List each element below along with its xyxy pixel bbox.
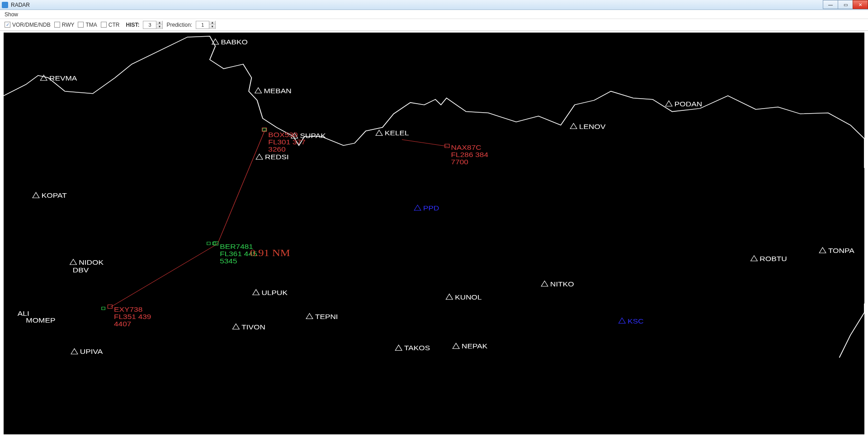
window-controls: — ▭ ✕ <box>823 0 868 9</box>
spinner-arrows-icon[interactable]: ▲▼ <box>209 21 215 29</box>
menu-show[interactable]: Show <box>5 11 18 18</box>
spinner-arrows-icon[interactable]: ▲▼ <box>156 21 162 29</box>
prediction-label: Prediction: <box>166 22 192 28</box>
waypoint-label: NEPAK <box>462 343 488 350</box>
hist-label: HIST: <box>126 22 139 28</box>
waypoint-label: REDSI <box>265 154 289 161</box>
waypoint-triangle-icon <box>665 101 672 106</box>
waypoint-label: KOPAT <box>42 192 67 199</box>
waypoint-label: DBV <box>73 267 89 273</box>
waypoint-triangle-icon <box>40 75 47 81</box>
aircraft-fl-line: FL301 377 <box>268 139 305 146</box>
waypoint-triangle-icon <box>446 294 453 300</box>
maximize-button[interactable]: ▭ <box>838 0 853 9</box>
checkbox-rwy[interactable]: RWY <box>54 22 75 28</box>
waypoint-triangle-icon <box>619 318 626 324</box>
aircraft-fl-line: FL351 439 <box>114 313 151 320</box>
toolbar: VOR/DME/NDB RWY TMA CTR HIST: 3 ▲▼ Predi… <box>0 19 868 31</box>
waypoint-triangle-icon <box>71 348 78 354</box>
checkbox-label: TMA <box>85 22 97 28</box>
waypoint-label: MEBAN <box>264 87 292 94</box>
menubar: Show <box>0 10 868 19</box>
app-icon <box>2 2 8 8</box>
checkbox-label: RWY <box>62 22 75 28</box>
waypoint-triangle-icon <box>70 259 77 265</box>
checkbox-label: CTR <box>108 22 120 28</box>
waypoint-triangle-icon <box>256 154 263 159</box>
hist-spinner[interactable]: 3 ▲▼ <box>143 21 163 29</box>
minimize-button[interactable]: — <box>823 0 838 9</box>
aircraft-squawk: 3260 <box>268 146 286 153</box>
waypoint-triangle-icon <box>253 290 259 295</box>
conflict-line <box>217 130 265 244</box>
waypoint-label: ULPUK <box>262 289 288 296</box>
radar-screen[interactable]: BABKOREVMAMEBANSUPAKREDSIKELELLENOVPODAN… <box>4 33 864 434</box>
aircraft-squawk: 7700 <box>451 159 469 166</box>
waypoint-triangle-icon <box>395 345 402 350</box>
window-title: RADAR <box>11 2 30 8</box>
checkbox-box-icon <box>78 22 84 28</box>
waypoint-triangle-icon <box>541 281 548 286</box>
waypoint-triangle-icon <box>376 130 382 136</box>
waypoint-label: KELEL <box>385 130 409 137</box>
waypoint-label: ROBTU <box>760 255 787 262</box>
waypoint-triangle-icon <box>255 88 262 93</box>
waypoint-label: REVMA <box>49 75 77 81</box>
waypoint-label: NITKO <box>550 281 574 287</box>
waypoint-triangle-icon <box>414 205 421 210</box>
waypoint-triangle-icon <box>33 192 39 198</box>
aircraft-history-icon <box>212 242 216 245</box>
waypoint-triangle-icon <box>306 314 313 319</box>
aircraft-history-icon <box>207 242 210 245</box>
aircraft-callsign[interactable]: BOX530 <box>268 132 297 138</box>
waypoint-label: TEPNI <box>315 313 338 320</box>
waypoint-label: PODAN <box>675 100 702 107</box>
checkbox-vor[interactable]: VOR/DME/NDB <box>5 22 51 28</box>
waypoint-label: SUPAK <box>300 133 326 139</box>
checkbox-box-icon <box>101 22 107 28</box>
track-line <box>402 139 448 146</box>
checkbox-ctr[interactable]: CTR <box>101 22 120 28</box>
waypoint-label: KUNOL <box>455 294 482 300</box>
waypoint-label: UPIVA <box>80 348 103 355</box>
aircraft-history-icon <box>102 307 105 310</box>
waypoint-triangle-icon <box>453 343 459 348</box>
waypoint-label: PPD <box>423 205 439 212</box>
airspace-border <box>4 36 864 168</box>
distance-readout: 0.91 NM <box>250 248 290 258</box>
aircraft-squawk: 5345 <box>220 257 237 264</box>
waypoint-label: BABKO <box>221 38 248 45</box>
waypoint-triangle-icon <box>819 248 826 253</box>
prediction-value[interactable]: 1 <box>196 22 209 28</box>
airspace-border <box>840 304 864 358</box>
checkbox-box-icon <box>54 22 60 28</box>
aircraft-history-icon <box>263 129 266 131</box>
conflict-line <box>111 244 218 307</box>
aircraft-fl-line: FL286 384 <box>451 152 489 158</box>
titlebar: RADAR — ▭ ✕ <box>0 0 868 10</box>
aircraft-squawk: 4407 <box>114 320 131 327</box>
waypoint-label: LENOV <box>579 123 606 130</box>
aircraft-callsign[interactable]: NAX87C <box>451 144 481 151</box>
waypoint-label: TONPA <box>828 247 854 254</box>
hist-value[interactable]: 3 <box>143 22 156 28</box>
waypoint-triangle-icon <box>233 324 240 329</box>
checkbox-label: VOR/DME/NDB <box>12 22 51 28</box>
checkbox-box-icon <box>5 22 10 28</box>
waypoint-label: KSC <box>627 318 643 324</box>
waypoint-label: ALI <box>18 310 29 317</box>
aircraft-callsign[interactable]: EXY738 <box>114 306 143 313</box>
prediction-spinner[interactable]: 1 ▲▼ <box>196 21 216 29</box>
waypoint-label: TAKOS <box>404 345 430 352</box>
waypoint-label: NIDOK <box>79 259 104 266</box>
waypoint-triangle-icon <box>570 124 577 129</box>
aircraft-callsign[interactable]: BER7481 <box>220 243 253 250</box>
waypoint-triangle-icon <box>751 256 758 261</box>
waypoint-label: MOMEP <box>26 317 55 324</box>
close-button[interactable]: ✕ <box>853 0 868 9</box>
checkbox-tma[interactable]: TMA <box>78 22 97 28</box>
waypoint-label: TIVON <box>241 324 265 330</box>
